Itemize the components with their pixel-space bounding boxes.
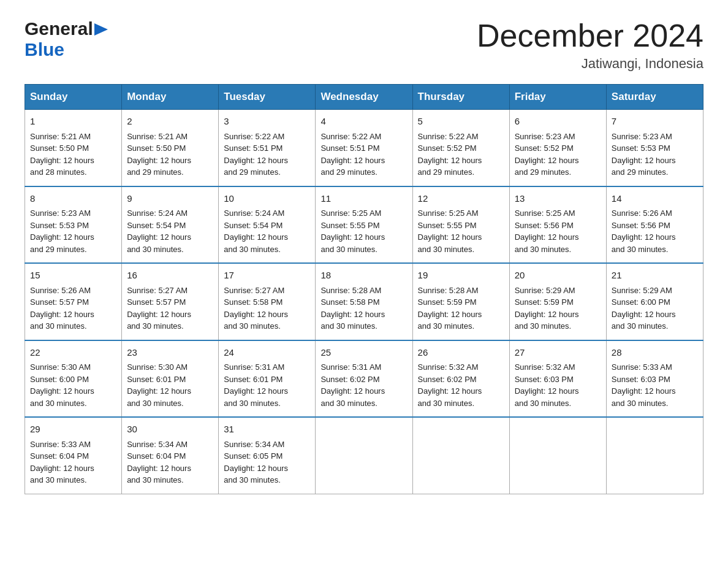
table-row: 19 Sunrise: 5:28 AM Sunset: 5:59 PM Dayl… [412, 263, 509, 340]
day-number: 18 [320, 269, 407, 283]
logo-general-text: General [25, 18, 93, 39]
table-row: 25 Sunrise: 5:31 AM Sunset: 6:02 PM Dayl… [316, 340, 412, 418]
calendar-week-row: 29 Sunrise: 5:33 AM Sunset: 6:04 PM Dayl… [25, 417, 703, 494]
day-number: 29 [30, 423, 116, 437]
day-number: 25 [320, 346, 407, 360]
day-info: Sunrise: 5:28 AM Sunset: 5:59 PM Dayligh… [418, 285, 504, 332]
day-info: Sunrise: 5:24 AM Sunset: 5:54 PM Dayligh… [224, 207, 310, 255]
day-info: Sunrise: 5:32 AM Sunset: 6:02 PM Dayligh… [418, 361, 504, 409]
table-row: 27 Sunrise: 5:32 AM Sunset: 6:03 PM Dayl… [509, 340, 606, 418]
day-info: Sunrise: 5:22 AM Sunset: 5:51 PM Dayligh… [320, 131, 407, 178]
day-number: 20 [515, 269, 601, 283]
day-number: 28 [612, 346, 698, 360]
day-number: 1 [30, 115, 116, 129]
day-number: 6 [515, 115, 601, 129]
day-number: 11 [320, 192, 407, 206]
table-row: 8 Sunrise: 5:23 AM Sunset: 5:53 PM Dayli… [25, 186, 122, 264]
table-row [606, 417, 703, 494]
table-row: 31 Sunrise: 5:34 AM Sunset: 6:05 PM Dayl… [219, 417, 316, 494]
table-row: 3 Sunrise: 5:22 AM Sunset: 5:51 PM Dayli… [219, 110, 316, 186]
day-number: 7 [612, 115, 698, 129]
day-info: Sunrise: 5:24 AM Sunset: 5:54 PM Dayligh… [127, 207, 213, 255]
table-row: 20 Sunrise: 5:29 AM Sunset: 5:59 PM Dayl… [509, 263, 606, 340]
header-saturday: Saturday [606, 85, 703, 110]
day-info: Sunrise: 5:29 AM Sunset: 5:59 PM Dayligh… [515, 285, 601, 332]
calendar-week-row: 15 Sunrise: 5:26 AM Sunset: 5:57 PM Dayl… [25, 263, 703, 340]
day-number: 23 [127, 346, 213, 360]
day-number: 30 [127, 423, 213, 437]
table-row: 22 Sunrise: 5:30 AM Sunset: 6:00 PM Dayl… [25, 340, 122, 418]
day-number: 24 [224, 346, 310, 360]
day-number: 3 [224, 115, 310, 129]
day-info: Sunrise: 5:25 AM Sunset: 5:55 PM Dayligh… [320, 207, 407, 255]
day-info: Sunrise: 5:23 AM Sunset: 5:53 PM Dayligh… [30, 207, 116, 255]
title-section: December 2024 Jatiwangi, Indonesia [477, 18, 703, 72]
day-info: Sunrise: 5:30 AM Sunset: 6:00 PM Dayligh… [30, 361, 116, 409]
table-row: 29 Sunrise: 5:33 AM Sunset: 6:04 PM Dayl… [25, 417, 122, 494]
table-row: 11 Sunrise: 5:25 AM Sunset: 5:55 PM Dayl… [316, 186, 412, 264]
day-number: 17 [224, 269, 310, 283]
header-sunday: Sunday [25, 85, 122, 110]
calendar-table: Sunday Monday Tuesday Wednesday Thursday… [25, 84, 703, 494]
day-number: 8 [30, 192, 116, 206]
day-info: Sunrise: 5:31 AM Sunset: 6:02 PM Dayligh… [320, 361, 407, 409]
table-row: 5 Sunrise: 5:22 AM Sunset: 5:52 PM Dayli… [412, 110, 509, 186]
day-number: 27 [515, 346, 601, 360]
logo-arrow-icon [94, 23, 108, 36]
table-row: 14 Sunrise: 5:26 AM Sunset: 5:56 PM Dayl… [606, 186, 703, 264]
table-row: 10 Sunrise: 5:24 AM Sunset: 5:54 PM Dayl… [219, 186, 316, 264]
day-number: 15 [30, 269, 116, 283]
calendar-week-row: 22 Sunrise: 5:30 AM Sunset: 6:00 PM Dayl… [25, 340, 703, 418]
logo-blue-text: Blue [25, 39, 64, 59]
day-info: Sunrise: 5:27 AM Sunset: 5:57 PM Dayligh… [127, 285, 213, 332]
table-row: 23 Sunrise: 5:30 AM Sunset: 6:01 PM Dayl… [122, 340, 219, 418]
day-info: Sunrise: 5:21 AM Sunset: 5:50 PM Dayligh… [127, 131, 213, 178]
table-row: 26 Sunrise: 5:32 AM Sunset: 6:02 PM Dayl… [412, 340, 509, 418]
day-number: 4 [320, 115, 407, 129]
day-number: 22 [30, 346, 116, 360]
day-number: 5 [418, 115, 504, 129]
day-number: 26 [418, 346, 504, 360]
table-row: 16 Sunrise: 5:27 AM Sunset: 5:57 PM Dayl… [122, 263, 219, 340]
table-row: 2 Sunrise: 5:21 AM Sunset: 5:50 PM Dayli… [122, 110, 219, 186]
day-info: Sunrise: 5:22 AM Sunset: 5:52 PM Dayligh… [418, 131, 504, 178]
svg-marker-0 [94, 23, 108, 36]
table-row: 30 Sunrise: 5:34 AM Sunset: 6:04 PM Dayl… [122, 417, 219, 494]
table-row [316, 417, 412, 494]
table-row: 6 Sunrise: 5:23 AM Sunset: 5:52 PM Dayli… [509, 110, 606, 186]
table-row: 7 Sunrise: 5:23 AM Sunset: 5:53 PM Dayli… [606, 110, 703, 186]
calendar-header-row: Sunday Monday Tuesday Wednesday Thursday… [25, 85, 703, 110]
day-number: 21 [612, 269, 698, 283]
table-row: 21 Sunrise: 5:29 AM Sunset: 6:00 PM Dayl… [606, 263, 703, 340]
day-number: 14 [612, 192, 698, 206]
day-info: Sunrise: 5:21 AM Sunset: 5:50 PM Dayligh… [30, 131, 116, 178]
logo: General Blue [25, 18, 108, 60]
day-number: 9 [127, 192, 213, 206]
day-number: 16 [127, 269, 213, 283]
day-info: Sunrise: 5:23 AM Sunset: 5:53 PM Dayligh… [612, 131, 698, 178]
day-info: Sunrise: 5:30 AM Sunset: 6:01 PM Dayligh… [127, 361, 213, 409]
header-tuesday: Tuesday [219, 85, 316, 110]
day-number: 12 [418, 192, 504, 206]
table-row: 18 Sunrise: 5:28 AM Sunset: 5:58 PM Dayl… [316, 263, 412, 340]
calendar-week-row: 8 Sunrise: 5:23 AM Sunset: 5:53 PM Dayli… [25, 186, 703, 264]
day-number: 2 [127, 115, 213, 129]
table-row: 9 Sunrise: 5:24 AM Sunset: 5:54 PM Dayli… [122, 186, 219, 264]
header-monday: Monday [122, 85, 219, 110]
table-row: 1 Sunrise: 5:21 AM Sunset: 5:50 PM Dayli… [25, 110, 122, 186]
month-title: December 2024 [477, 18, 703, 53]
location: Jatiwangi, Indonesia [477, 56, 703, 72]
day-number: 13 [515, 192, 601, 206]
day-info: Sunrise: 5:29 AM Sunset: 6:00 PM Dayligh… [612, 285, 698, 332]
day-info: Sunrise: 5:31 AM Sunset: 6:01 PM Dayligh… [224, 361, 310, 409]
table-row: 12 Sunrise: 5:25 AM Sunset: 5:55 PM Dayl… [412, 186, 509, 264]
header-thursday: Thursday [412, 85, 509, 110]
day-info: Sunrise: 5:33 AM Sunset: 6:03 PM Dayligh… [612, 361, 698, 409]
page-header: General Blue December 2024 Jatiwangi, In… [25, 18, 703, 72]
day-info: Sunrise: 5:22 AM Sunset: 5:51 PM Dayligh… [224, 131, 310, 178]
day-info: Sunrise: 5:23 AM Sunset: 5:52 PM Dayligh… [515, 131, 601, 178]
day-info: Sunrise: 5:26 AM Sunset: 5:56 PM Dayligh… [612, 207, 698, 255]
day-number: 31 [224, 423, 310, 437]
table-row [509, 417, 606, 494]
header-friday: Friday [509, 85, 606, 110]
